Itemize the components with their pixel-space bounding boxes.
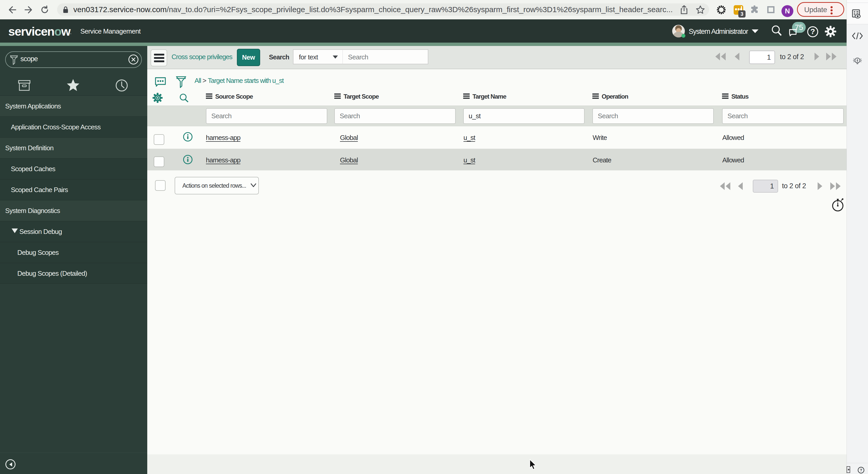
svg-text:?: ? bbox=[860, 468, 862, 472]
svg-text:?: ? bbox=[810, 27, 815, 36]
